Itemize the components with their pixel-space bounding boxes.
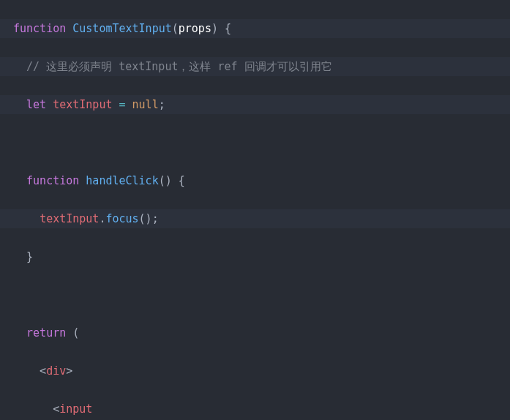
keyword: let <box>26 98 46 111</box>
jsx-tag: input <box>59 402 92 416</box>
code-block: function CustomTextInput(props) { // 这里必… <box>0 0 510 420</box>
keyword: function <box>26 174 79 187</box>
code-line: function CustomTextInput(props) { <box>0 19 510 38</box>
identifier: textInput <box>40 212 99 225</box>
function-name: handleClick <box>86 174 158 187</box>
code-line: } <box>0 247 510 266</box>
keyword: function <box>13 22 66 35</box>
code-line <box>0 133 510 152</box>
code-line: <div> <box>0 361 510 380</box>
code-line: return ( <box>0 323 510 342</box>
code-line: let textInput = null; <box>0 95 510 114</box>
code-line: // 这里必须声明 textInput，这样 ref 回调才可以引用它 <box>0 57 510 76</box>
comment: // 这里必须声明 textInput，这样 ref 回调才可以引用它 <box>13 60 332 73</box>
code-line: textInput.focus(); <box>0 209 510 228</box>
code-line: function handleClick() { <box>0 171 510 190</box>
identifier: textInput <box>53 98 112 111</box>
function-name: CustomTextInput <box>72 22 171 35</box>
param: props <box>179 22 211 35</box>
code-line: <input <box>0 400 510 419</box>
jsx-tag: div <box>46 364 66 378</box>
code-line <box>0 285 510 304</box>
keyword: return <box>26 326 66 340</box>
